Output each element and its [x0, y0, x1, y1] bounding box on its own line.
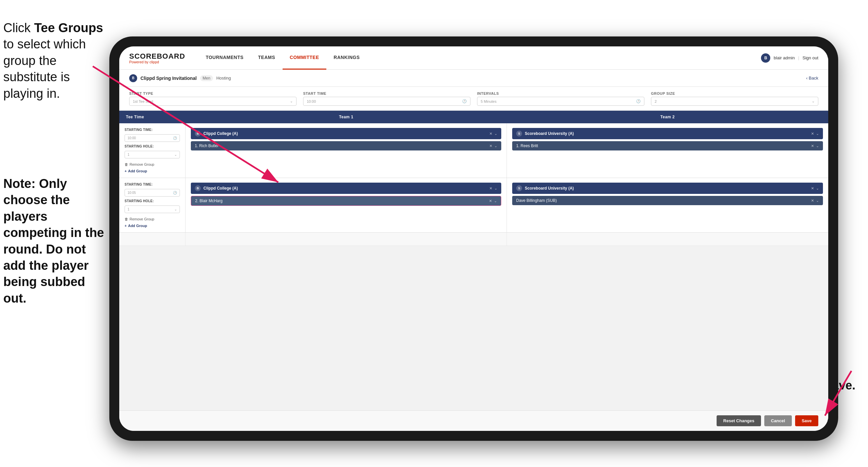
team1-cell-1: B Clippd College (A) ✕ ⌄ 1. Rich Butler	[186, 123, 507, 178]
player-close-icon-1-1[interactable]: ✕	[489, 144, 492, 148]
remove-group-btn-1[interactable]: 🗑 Remove Group	[125, 163, 180, 166]
config-row: Start Type 1st Tee Start ⌄ Start Time 10…	[119, 87, 828, 111]
player-row-2-1[interactable]: 1. Rees Britt ✕ ⌄	[512, 141, 823, 150]
start-time-group: Start Time 10:00 🕐	[303, 91, 470, 106]
start-time-icon: 🕐	[462, 99, 467, 104]
starting-hole-input-2[interactable]: 1 ⌄	[125, 205, 180, 213]
remove-group-btn-2[interactable]: 🗑 Remove Group	[125, 217, 180, 221]
nav-committee[interactable]: COMMITTEE	[283, 47, 327, 69]
start-type-chevron: ⌄	[290, 99, 293, 104]
player-row-1-1[interactable]: 1. Rich Butler ✕ ⌄	[191, 141, 501, 150]
start-type-group: Start Type 1st Tee Start ⌄	[129, 91, 297, 106]
team2-group-avatar-1: S	[516, 130, 522, 137]
time-icon-1: 🕐	[173, 136, 177, 140]
start-time-input[interactable]: 10:00 🕐	[303, 97, 470, 106]
group-size-value: 2	[655, 99, 657, 104]
group-size-input[interactable]: 2 ⌄	[651, 97, 818, 106]
starting-hole-label-1: STARTING HOLE:	[125, 145, 180, 148]
note-text: Note: Only choose the players competing …	[3, 176, 109, 307]
starting-time-input-2[interactable]: 10:05 🕐	[125, 189, 180, 197]
start-type-input[interactable]: 1st Tee Start ⌄	[129, 97, 297, 106]
starting-hole-label-2: STARTING HOLE:	[125, 199, 180, 203]
header-team2: Team 2	[507, 111, 828, 123]
player-row-1-2[interactable]: 2. Blair McHarg ✕ ⌄	[191, 196, 501, 206]
starting-time-value-1: 10:00	[128, 136, 136, 140]
player-chevron-icon-2-1[interactable]: ⌄	[816, 144, 819, 148]
team1-close-icon-1[interactable]: ✕	[489, 132, 492, 136]
trash-icon-2: 🗑	[125, 217, 128, 221]
breadcrumb-bar: B Clippd Spring Invitational Men Hosting…	[119, 69, 828, 87]
start-time-value: 10:00	[307, 99, 316, 104]
team2-group-card-2[interactable]: S Scoreboard University (A) ✕ ⌄	[512, 183, 823, 194]
team2-close-icon-1[interactable]: ✕	[811, 132, 814, 136]
player-chevron-icon-2-2[interactable]: ⌄	[816, 199, 819, 203]
player-controls-2-2: ✕ ⌄	[811, 199, 819, 203]
player-close-icon-1-2[interactable]: ✕	[489, 199, 492, 203]
intervals-group: Intervals 5 Minutes 🕐	[477, 91, 644, 106]
table-row-2: STARTING TIME: 10:05 🕐 STARTING HOLE: 1 …	[119, 178, 828, 233]
group-size-chevron: ⌄	[812, 99, 815, 104]
logo-bottom-text: Powered by clippd	[129, 60, 185, 64]
team2-group-name-2: S Scoreboard University (A)	[516, 185, 574, 191]
starting-time-input-1[interactable]: 10:00 🕐	[125, 134, 180, 142]
player-name-1-1: 1. Rich Butler	[195, 144, 219, 148]
team2-chevron-icon-2[interactable]: ⌄	[816, 186, 819, 191]
admin-label: blair admin	[774, 55, 795, 60]
signout-link[interactable]: Sign out	[802, 55, 818, 60]
team2-cell-1: S Scoreboard University (A) ✕ ⌄ 1. Rees …	[507, 123, 828, 178]
nav-tournaments[interactable]: TOURNAMENTS	[198, 47, 251, 69]
team2-cell-3	[507, 233, 828, 245]
action-bar: Reset Changes Cancel Save	[119, 410, 828, 431]
note-bold-label: Note: Only choose the players competing …	[3, 177, 104, 305]
content-area: Start Type 1st Tee Start ⌄ Start Time 10…	[119, 87, 828, 431]
gender-badge: Men	[200, 75, 213, 81]
hole-chevron-2: ⌄	[174, 207, 177, 211]
team1-group-controls-2: ✕ ⌄	[489, 186, 497, 191]
team1-group-avatar-1: B	[195, 130, 201, 137]
add-group-btn-2[interactable]: + Add Group	[125, 224, 180, 228]
team1-cell-3	[186, 233, 507, 245]
table-row-3	[119, 233, 828, 246]
back-button[interactable]: ‹ Back	[806, 76, 818, 81]
starting-hole-value-1: 1	[128, 153, 129, 156]
add-group-btn-1[interactable]: + Add Group	[125, 169, 180, 173]
nav-divider: |	[798, 55, 799, 60]
player-chevron-icon-1-2[interactable]: ⌄	[494, 199, 497, 203]
player-name-2-2: Dave Billingham (SUB)	[516, 198, 557, 203]
player-chevron-icon-1-1[interactable]: ⌄	[494, 144, 497, 148]
header-team1: Team 1	[186, 111, 507, 123]
team1-chevron-icon-2[interactable]: ⌄	[494, 186, 497, 191]
save-button[interactable]: Save	[795, 415, 818, 426]
player-close-icon-2-2[interactable]: ✕	[811, 199, 814, 203]
player-controls-1-1: ✕ ⌄	[489, 144, 497, 148]
team1-group-card-1[interactable]: B Clippd College (A) ✕ ⌄	[191, 128, 501, 139]
team2-close-icon-2[interactable]: ✕	[811, 186, 814, 191]
team1-close-icon-2[interactable]: ✕	[489, 186, 492, 191]
nav-rankings[interactable]: RANKINGS	[326, 47, 367, 69]
plus-icon-2: +	[125, 224, 127, 228]
player-name-2-1: 1. Rees Britt	[516, 144, 538, 148]
team1-group-controls-1: ✕ ⌄	[489, 132, 497, 136]
player-close-icon-2-1[interactable]: ✕	[811, 144, 814, 148]
team2-group-card-1[interactable]: S Scoreboard University (A) ✕ ⌄	[512, 128, 823, 139]
team2-group-avatar-2: S	[516, 185, 522, 191]
scoreboard-logo: SCOREBOARD Powered by clippd	[129, 52, 185, 64]
hosting-label: Hosting	[216, 76, 231, 81]
start-type-label: Start Type	[129, 91, 297, 95]
tablet-frame: SCOREBOARD Powered by clippd TOURNAMENTS…	[109, 36, 838, 441]
team2-cell-2: S Scoreboard University (A) ✕ ⌄ Dave Bil…	[507, 178, 828, 232]
team2-chevron-icon-1[interactable]: ⌄	[816, 132, 819, 136]
starting-time-label-2: STARTING TIME:	[125, 183, 180, 186]
breadcrumb-left: B Clippd Spring Invitational Men Hosting	[129, 74, 231, 82]
starting-hole-input-1[interactable]: 1 ⌄	[125, 151, 180, 158]
intervals-input[interactable]: 5 Minutes 🕐	[477, 97, 644, 106]
nav-teams[interactable]: TEAMS	[251, 47, 283, 69]
team1-cell-2: B Clippd College (A) ✕ ⌄ 2. Blair McHarg	[186, 178, 507, 232]
reset-changes-button[interactable]: Reset Changes	[717, 415, 761, 426]
cancel-button[interactable]: Cancel	[764, 415, 792, 426]
player-row-2-2[interactable]: Dave Billingham (SUB) ✕ ⌄	[512, 196, 823, 205]
team1-group-card-2[interactable]: B Clippd College (A) ✕ ⌄	[191, 183, 501, 194]
hole-chevron-1: ⌄	[174, 153, 177, 156]
team1-chevron-icon-1[interactable]: ⌄	[494, 132, 497, 136]
group-size-label: Group Size	[651, 91, 818, 95]
